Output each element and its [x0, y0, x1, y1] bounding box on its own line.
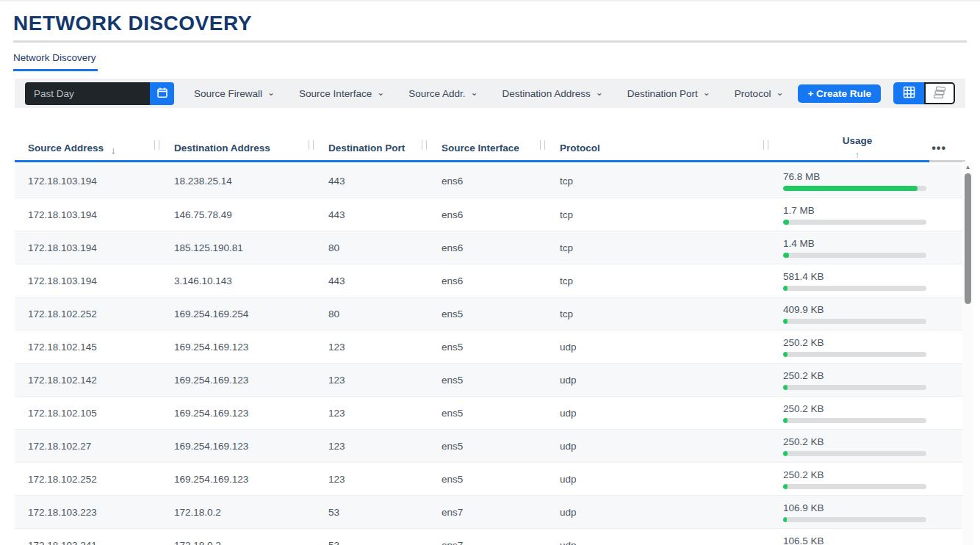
- calendar-icon: [156, 87, 168, 101]
- table-row[interactable]: 172.18.102.142 169.254.169.123 123 ens5 …: [15, 363, 965, 396]
- cell-usage: 581.4 KB: [770, 271, 932, 291]
- cell-protocol: udp: [547, 408, 770, 419]
- column-header-destination-port[interactable]: Destination Port: [315, 136, 428, 160]
- cell-destination-port: 123: [315, 342, 428, 353]
- cell-destination-port: 80: [315, 308, 428, 320]
- cell-destination-address: 169.254.169.123: [161, 375, 315, 386]
- usage-bar-track: [783, 385, 926, 390]
- filter-destination-address[interactable]: Destination Address ⌄: [502, 88, 603, 99]
- sort-descending-icon: ↓: [111, 145, 116, 156]
- cell-destination-address: 18.238.25.14: [161, 176, 315, 187]
- table-row[interactable]: 172.18.102.145 169.254.169.123 123 ens5 …: [15, 330, 965, 363]
- chevron-down-icon: ⌄: [776, 88, 783, 97]
- column-header-destination-address[interactable]: Destination Address: [161, 136, 315, 160]
- cell-protocol: udp: [547, 441, 770, 452]
- cell-destination-address: 172.18.0.2: [161, 540, 315, 545]
- page-title: NETWORK DISCOVERY: [13, 12, 967, 35]
- cell-destination-port: 123: [315, 474, 428, 485]
- cell-protocol: tcp: [547, 275, 770, 286]
- usage-bar-fill: [783, 451, 788, 456]
- column-options-ellipsis-icon[interactable]: •••: [932, 142, 965, 155]
- table-row[interactable]: 172.18.102.105 169.254.169.123 123 ens5 …: [15, 396, 965, 429]
- cell-usage: 250.2 KB: [770, 469, 932, 489]
- filter-label: Destination Port: [627, 88, 698, 99]
- filter-destination-port[interactable]: Destination Port ⌄: [627, 88, 710, 99]
- table-row[interactable]: 172.18.103.194 3.146.10.143 443 ens6 tcp…: [15, 264, 965, 297]
- cell-usage: 1.7 MB: [770, 205, 932, 225]
- usage-bar-fill: [783, 418, 788, 423]
- cell-source-interface: ens6: [428, 242, 547, 253]
- usage-bar-fill: [783, 352, 788, 357]
- usage-bar-fill: [783, 253, 789, 258]
- column-label: Source Interface: [442, 142, 519, 154]
- cell-source-address: 172.18.102.105: [15, 408, 161, 419]
- cell-source-interface: ens5: [428, 308, 547, 320]
- table-row[interactable]: 172.18.102.27 169.254.169.123 123 ens5 u…: [15, 429, 965, 462]
- chevron-down-icon: ⌄: [377, 88, 384, 97]
- create-rule-button[interactable]: + Create Rule: [798, 84, 881, 103]
- usage-bar-fill: [783, 186, 918, 191]
- column-label: Source Address: [28, 142, 104, 154]
- cell-protocol: udp: [547, 507, 770, 518]
- cell-destination-port: 80: [315, 242, 428, 253]
- usage-bar-track: [783, 451, 926, 456]
- column-header-source-address[interactable]: Source Address ↓: [15, 136, 161, 160]
- cell-usage: 250.2 KB: [770, 370, 932, 390]
- cell-destination-address: 169.254.169.123: [161, 441, 315, 452]
- table-view-button[interactable]: [893, 82, 924, 104]
- scrollbar-thumb[interactable]: [965, 173, 971, 304]
- filter-protocol[interactable]: Protocol ⌄: [735, 88, 784, 99]
- date-range-input[interactable]: [25, 82, 150, 105]
- cell-destination-address: 169.254.169.123: [161, 408, 315, 419]
- table-row[interactable]: 172.18.103.194 18.238.25.14 443 ens6 tcp…: [15, 165, 965, 198]
- usage-value: 250.2 KB: [783, 469, 932, 480]
- cell-destination-address: 185.125.190.81: [161, 242, 315, 253]
- cell-destination-port: 53: [315, 540, 428, 545]
- usage-bar-fill: [783, 484, 788, 489]
- calendar-button[interactable]: [150, 82, 174, 105]
- scroll-up-arrow-icon[interactable]: ▲: [962, 164, 973, 170]
- cell-source-address: 172.18.102.252: [15, 474, 161, 485]
- cell-source-address: 172.18.103.223: [15, 507, 161, 518]
- filter-source-interface[interactable]: Source Interface ⌄: [299, 88, 384, 99]
- usage-bar-track: [783, 220, 926, 225]
- column-header-source-interface[interactable]: Source Interface: [428, 136, 547, 160]
- cell-source-interface: ens6: [428, 176, 547, 187]
- table-row[interactable]: 172.18.103.223 172.18.0.2 53 ens7 udp 10…: [15, 495, 965, 528]
- usage-bar-track: [783, 418, 926, 423]
- topology-view-button[interactable]: [924, 82, 955, 104]
- usage-bar-track: [783, 517, 926, 522]
- tab-network-discovery[interactable]: Network Discovery: [13, 51, 98, 71]
- cell-source-address: 172.18.102.252: [15, 308, 161, 320]
- usage-bar-track: [783, 484, 926, 489]
- usage-value: 250.2 KB: [783, 370, 932, 381]
- cell-usage: 76.8 MB: [770, 171, 932, 191]
- usage-value: 1.4 MB: [783, 238, 932, 249]
- table-grid-icon: [903, 86, 915, 101]
- column-header-usage[interactable]: Usage ↑: [770, 136, 932, 160]
- cell-usage: 250.2 KB: [770, 436, 932, 456]
- cell-destination-port: 443: [315, 209, 428, 220]
- table-row[interactable]: 172.18.102.252 169.254.169.254 80 ens5 t…: [15, 297, 965, 330]
- cell-protocol: udp: [547, 375, 770, 386]
- cell-usage: 106.9 KB: [770, 502, 932, 522]
- table-row[interactable]: 172.18.103.194 146.75.78.49 443 ens6 tcp…: [15, 198, 965, 231]
- filter-source-addr[interactable]: Source Addr. ⌄: [408, 88, 478, 99]
- sort-ascending-icon: ↑: [855, 149, 860, 160]
- filter-label: Destination Address: [502, 88, 591, 99]
- usage-value: 1.7 MB: [783, 205, 932, 216]
- table-row[interactable]: 172.18.103.241 172.18.0.2 53 ens7 udp 10…: [15, 528, 965, 545]
- column-header-protocol[interactable]: Protocol: [547, 136, 770, 160]
- vertical-scrollbar[interactable]: ▲: [962, 162, 973, 545]
- chevron-down-icon: ⌄: [703, 88, 710, 97]
- table-row[interactable]: 172.18.102.252 169.254.169.123 123 ens5 …: [15, 462, 965, 495]
- cell-protocol: tcp: [547, 209, 770, 220]
- filter-label: Source Addr.: [408, 88, 465, 99]
- cell-source-address: 172.18.103.241: [15, 540, 161, 545]
- view-toggle: [893, 82, 955, 104]
- filter-source-firewall[interactable]: Source Firewall ⌄: [194, 88, 275, 99]
- usage-bar-track: [783, 286, 926, 291]
- usage-bar-track: [783, 319, 926, 324]
- table-row[interactable]: 172.18.103.194 185.125.190.81 80 ens6 tc…: [15, 231, 965, 264]
- cell-destination-address: 169.254.169.123: [161, 342, 315, 353]
